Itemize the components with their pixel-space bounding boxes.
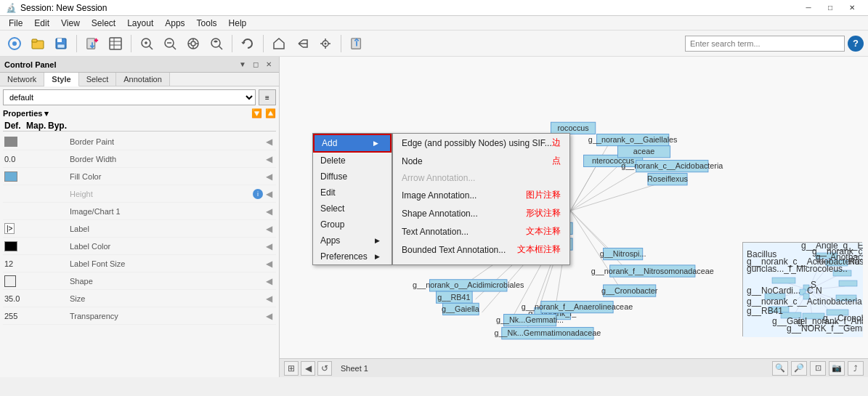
context-menu-wrapper: Add ▶ Delete Diffuse Edit Select [312,133,570,265]
menu-file[interactable]: File [3,16,28,30]
search-input[interactable] [685,36,845,52]
panel-pin-button[interactable]: ▼ [237,59,248,70]
show-button[interactable] [315,33,336,54]
height-arrow[interactable]: ◀ [263,188,275,200]
back-button[interactable] [292,33,312,54]
tab-network[interactable]: Network [0,73,44,86]
label-color-arrow[interactable]: ◀ [263,241,275,252]
style-select-dropdown[interactable]: default [3,89,256,105]
ctx-diffuse[interactable]: Diffuse [313,169,392,185]
submenu-node[interactable]: Node 点 [393,152,569,170]
table-button[interactable] [105,33,126,54]
reset-zoom-button[interactable] [206,33,227,54]
submenu-bounded-text[interactable]: Bounded Text Annotation... 文本框注释 [393,241,569,259]
border-paint-arrow[interactable]: ◀ [263,136,275,148]
ctx-diffuse-label: Diffuse [320,171,347,182]
size-arrow[interactable]: ◀ [263,293,275,304]
import-button[interactable] [82,33,102,54]
panel-float-button[interactable]: ◻ [250,59,261,70]
close-button[interactable]: ✕ [842,0,862,16]
back-nav-icon[interactable]: ◀ [301,361,315,376]
shape-arrow[interactable]: ◀ [263,275,275,287]
label-color-swatch[interactable] [4,241,17,251]
edge-sif-label: Edge (and possibly Nodes) using SIF... [402,138,552,148]
submenu-image-annotation[interactable]: Image Annotation... 图片注释 [393,186,569,204]
menu-view[interactable]: View [55,16,86,30]
transparency-arrow[interactable]: ◀ [263,310,275,322]
style-select-row: default ≡ [3,89,276,105]
status-bar: ⊞ ◀ ↺ Sheet 1 🔍 🔎 ⊡ 📷 ⤴ [280,358,868,377]
submenu-edge-sif[interactable]: Edge (and possibly Nodes) using SIF... 边 [393,134,569,152]
svg-text:g__norank_c__Acidobacteria: g__norank_c__Acidobacteria [621,161,723,170]
menu-layout[interactable]: Layout [121,16,159,30]
ctx-delete[interactable]: Delete [313,153,392,169]
svg-text:Roseiflexus: Roseiflexus [848,256,863,267]
border-width-arrow[interactable]: ◀ [263,153,275,165]
shape-swatch[interactable] [4,275,16,287]
tab-style[interactable]: Style [44,73,78,86]
menu-edit[interactable]: Edit [28,16,55,30]
zoom-out-status-icon[interactable]: 🔎 [791,361,807,376]
svg-text:g__norank_o__Gaiellales: g__norank_o__Gaiellales [588,135,678,144]
col-header-map: Map. [26,121,48,131]
image-chart-arrow[interactable]: ◀ [263,206,275,217]
network-canvas[interactable]: S C N nterococcus rococcus g__norank_o__… [280,57,868,358]
search-area: ? [685,36,864,52]
label-arrow[interactable]: ◀ [263,223,275,235]
grid-icon[interactable]: ⊞ [284,361,299,376]
zoom-in-status-icon[interactable]: 🔍 [772,361,788,376]
menu-apps[interactable]: Apps [159,16,190,30]
submenu-text-annotation[interactable]: Text Annotation... 文本注释 [393,222,569,241]
zoom-out-button[interactable] [160,33,180,54]
ctx-select[interactable]: Select [313,201,392,217]
tab-annotation[interactable]: Annotation [116,73,170,86]
menu-tools[interactable]: Tools [191,16,223,30]
style-menu-button[interactable]: ≡ [259,89,276,105]
maximize-button[interactable]: □ [820,0,840,16]
export-button[interactable] [346,33,367,54]
height-info-icon[interactable]: i [253,189,263,199]
ctx-add[interactable]: Add ▶ [313,134,392,153]
label-font-size-arrow[interactable]: ◀ [263,258,275,270]
text-annotation-label: Text Annotation... [402,227,469,237]
fill-color-swatch[interactable] [4,171,17,182]
border-paint-label: Border Paint [70,137,263,146]
prop-row-transparency: 255 Transparency ◀ [3,307,276,325]
ctx-group[interactable]: Group [313,217,392,233]
refresh-nav-icon[interactable]: ↺ [317,361,332,376]
zoom-in-button[interactable] [137,33,157,54]
border-paint-swatch[interactable] [4,137,17,147]
props-col-headers: Def. Map. Byp. [3,121,276,132]
transparency-value: 255 [4,312,23,320]
panel-close-button[interactable]: ✕ [263,59,275,70]
fit-button[interactable] [183,33,203,54]
props-collapse-button[interactable]: 🔽 [251,108,262,118]
screenshot-status-icon[interactable]: 📷 [829,361,845,376]
menu-select[interactable]: Select [86,16,121,30]
submenu-shape-annotation[interactable]: Shape Annotation... 形状注释 [393,204,569,222]
save-button[interactable] [51,33,71,54]
minimize-button[interactable]: ─ [798,0,819,16]
refresh-button[interactable] [238,33,258,54]
home-button[interactable] [269,33,289,54]
ctx-preferences-arrow: ▶ [375,253,380,260]
status-icons-right: 🔍 🔎 ⊡ 📷 ⤴ [772,361,864,376]
new-session-button[interactable] [4,33,25,54]
help-button[interactable]: ? [848,36,864,52]
ctx-apps[interactable]: Apps ▶ [313,233,392,248]
ctx-preferences[interactable]: Preferences ▶ [313,248,392,264]
prop-row-fill-color: Fill Color ◀ [3,168,276,185]
props-expand-button[interactable]: 🔼 [265,108,276,118]
props-header: Properties ▾ 🔽 🔼 [3,108,276,118]
ctx-edit[interactable]: Edit [313,185,392,201]
fill-color-arrow[interactable]: ◀ [263,171,275,182]
svg-text:g__RB41: g__RB41 [437,293,470,302]
shape-annotation-label: Shape Annotation... [402,209,478,219]
menu-help[interactable]: Help [223,16,253,30]
fit-status-icon[interactable]: ⊡ [810,361,826,376]
share-status-icon[interactable]: ⤴ [848,361,864,376]
label-icon-cell: |> [4,223,15,234]
open-button[interactable] [28,33,48,54]
tab-select[interactable]: Select [79,73,117,86]
window-controls: ─ □ ✕ [798,0,862,16]
